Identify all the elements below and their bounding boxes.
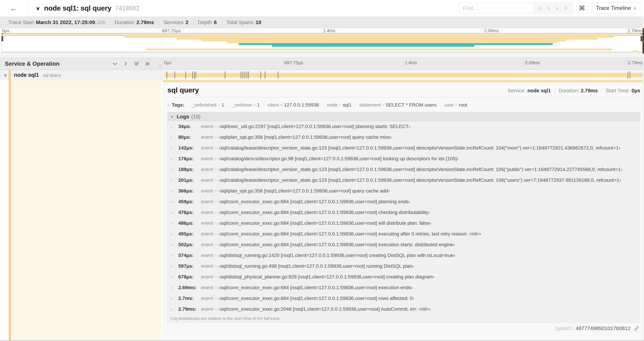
- log-entry-row[interactable]: › 2.7ms: event = ‹sql/conn_executor_exec…: [168, 293, 640, 304]
- log-entry-row[interactable]: › 201μs: event = ‹sql/catalog/lease/desc…: [168, 175, 640, 186]
- summary-item: Total Spans 10: [222, 20, 266, 25]
- minimap-tick-label: 1.4ms: [323, 28, 335, 34]
- log-entry-row[interactable]: › 502μs: event = ‹sql/conn_executor_exec…: [168, 239, 640, 250]
- chevron-right-icon: ›: [171, 178, 178, 183]
- span-operation-name: sql query: [43, 73, 61, 78]
- log-field-value: ‹sql/distsql_running.go:498 [nsql1,clien…: [219, 263, 414, 269]
- log-field-value: ‹sql/distsql_running.go:1420 [nsql1,clie…: [219, 253, 455, 258]
- log-entry-row[interactable]: › 597μs: event = ‹sql/distsql_running.go…: [168, 261, 640, 271]
- log-equals: =: [215, 285, 217, 290]
- span-collapse-icon[interactable]: ∨: [4, 72, 7, 78]
- span-service-name: node sql1: [14, 72, 39, 78]
- summary-value: 10: [256, 20, 261, 25]
- expand-one-icon[interactable]: [123, 61, 128, 66]
- log-equals: =: [215, 167, 217, 172]
- deep-link-icon[interactable]: [634, 325, 640, 331]
- tag-key: node: [327, 102, 338, 108]
- span-row[interactable]: ∨ node sql1 sql query: [0, 70, 644, 80]
- span-duration-bar[interactable]: [164, 73, 643, 77]
- log-entry-row[interactable]: › 2.69ms: event = ‹sql/conn_executor_exe…: [168, 282, 640, 293]
- tag-equals: =: [253, 103, 256, 107]
- tag-equals: =: [218, 103, 220, 107]
- log-equals: =: [215, 253, 217, 258]
- minimap-span-bar: [632, 51, 638, 52]
- log-field-value: ‹sql/conn_executor_exec.go:684 [nsql1,cl…: [219, 296, 414, 301]
- logs-header[interactable]: ∨ Logs (18): [168, 112, 640, 121]
- chevron-right-icon: ›: [171, 242, 178, 247]
- log-equals: =: [215, 156, 217, 161]
- span-detail-panel: sql query Service: node sql1 Duration: 2…: [163, 80, 644, 341]
- span-row-name-cell[interactable]: ∨ node sql1 sql query: [0, 70, 163, 80]
- span-id-value: 4877749850101760812: [576, 325, 630, 331]
- chevron-down-icon: ∨: [170, 114, 174, 119]
- log-entry-row[interactable]: › 486μs: event = ‹sql/conn_executor_exec…: [168, 218, 640, 229]
- log-field-value: ‹sql/conn_executor_exec.go:684 [nsql1,cl…: [219, 210, 430, 215]
- trace-minimap[interactable]: [2, 33, 642, 52]
- log-entry-row[interactable]: › 495μs: event = ‹sql/conn_executor_exec…: [168, 229, 640, 239]
- logs-footer-note: Log timestamps are relative to the start…: [168, 314, 640, 322]
- tag-value: SELECT * FROM users: [386, 102, 436, 108]
- view-selector-button[interactable]: Trace Timeline ∨: [591, 3, 641, 14]
- collapse-one-icon[interactable]: [112, 61, 118, 66]
- log-timestamp: 189μs:: [178, 167, 199, 172]
- chevron-right-icon: ›: [171, 306, 178, 312]
- summary-value: 2.79ms: [136, 20, 154, 25]
- span-event-tick: [196, 71, 196, 79]
- tag-value: 127.0.0.1:59936: [284, 102, 319, 108]
- span-event-tick: [225, 71, 225, 79]
- service-label: Service:: [508, 88, 526, 94]
- tag-item: client = 127.0.0.1:59936: [264, 102, 323, 108]
- log-entry-row[interactable]: › 176μs: event = ‹sql/catalog/descs/desc…: [168, 153, 640, 164]
- tags-row[interactable]: › Tags: _unfinished = 1 _verbose: [168, 101, 640, 110]
- log-entry-row[interactable]: › 2.79ms: event = ‹sql/conn_executor_exe…: [168, 304, 640, 314]
- log-entry-row[interactable]: › 142μs: event = ‹sql/catalog/lease/desc…: [168, 143, 640, 153]
- log-field-value: ‹sql/conn_executor_exec.go:684 [nsql1,cl…: [219, 242, 455, 247]
- log-entry-row[interactable]: › 34μs: event = ‹sql/exec_util.go:2297 […: [168, 121, 640, 132]
- log-equals: =: [215, 124, 217, 129]
- clear-find-icon[interactable]: ✕: [564, 6, 568, 11]
- log-field-key: event: [201, 253, 213, 258]
- log-timestamp: 459μs:: [178, 199, 199, 204]
- chevron-right-icon: ›: [171, 274, 178, 280]
- log-field-value: ‹sql/catalog/lease/descriptor_version_st…: [219, 145, 620, 151]
- log-timestamp: 597μs:: [178, 263, 199, 269]
- span-id-row: SpanID: 4877749850101760812: [168, 325, 640, 331]
- log-equals: =: [215, 178, 217, 183]
- scrollbar-thumb[interactable]: [642, 28, 644, 54]
- log-entry-row[interactable]: › 366μs: event = ‹sql/plan_opt.go:358 [n…: [168, 186, 640, 196]
- log-timestamp: 142μs:: [178, 145, 199, 151]
- minimap-span-bar: [125, 36, 614, 38]
- log-entry-row[interactable]: › 459μs: event = ‹sql/conn_executor_exec…: [168, 196, 640, 207]
- log-entry-row[interactable]: › 574μs: event = ‹sql/distsql_running.go…: [168, 250, 640, 261]
- span-row-timeline-cell[interactable]: [163, 70, 644, 80]
- next-match-icon[interactable]: ∨: [555, 6, 559, 11]
- back-button[interactable]: ←: [0, 0, 28, 17]
- collapse-all-icon[interactable]: [134, 61, 139, 67]
- log-entry-row[interactable]: › 189μs: event = ‹sql/catalog/lease/desc…: [168, 164, 640, 175]
- page-scrollbar[interactable]: [642, 17, 644, 341]
- log-equals: =: [215, 189, 217, 193]
- summary-value: March 31 2022, 17:25:09: [36, 20, 95, 25]
- log-field-key: event: [201, 285, 213, 290]
- name-column-gutter: [0, 80, 163, 341]
- log-entry-row[interactable]: › 476μs: event = ‹sql/conn_executor_exec…: [168, 207, 640, 218]
- collapse-trace-icon[interactable]: ∨: [36, 6, 40, 11]
- log-equals: =: [215, 232, 217, 236]
- log-field-key: event: [201, 156, 213, 161]
- keyboard-shortcuts-button[interactable]: ⌘: [576, 3, 588, 14]
- expand-all-icon[interactable]: [144, 61, 150, 66]
- log-field-key: event: [201, 167, 213, 172]
- log-entry-row[interactable]: › 678μs: event = ‹sql/distsql_physical_p…: [168, 271, 640, 282]
- log-field-key: event: [201, 210, 213, 215]
- locate-icon[interactable]: ◎: [538, 6, 542, 11]
- log-entry-row[interactable]: › 80μs: event = ‹sql/plan_opt.go:358 [ns…: [168, 132, 640, 143]
- column-resize-handle[interactable]: ||: [158, 64, 162, 69]
- log-timestamp: 486μs:: [178, 220, 199, 226]
- span-event-tick: [628, 71, 628, 79]
- span-event-tick: [186, 71, 186, 79]
- trace-summary-bar: Trace Start March 31 2022, 17:25:09 .326…: [0, 17, 644, 28]
- prev-match-icon[interactable]: ∧: [547, 6, 551, 11]
- timeline-tick-label: 1.4ms: [405, 60, 417, 66]
- start-time-value: 0μs: [632, 88, 640, 94]
- find-input[interactable]: [460, 3, 533, 14]
